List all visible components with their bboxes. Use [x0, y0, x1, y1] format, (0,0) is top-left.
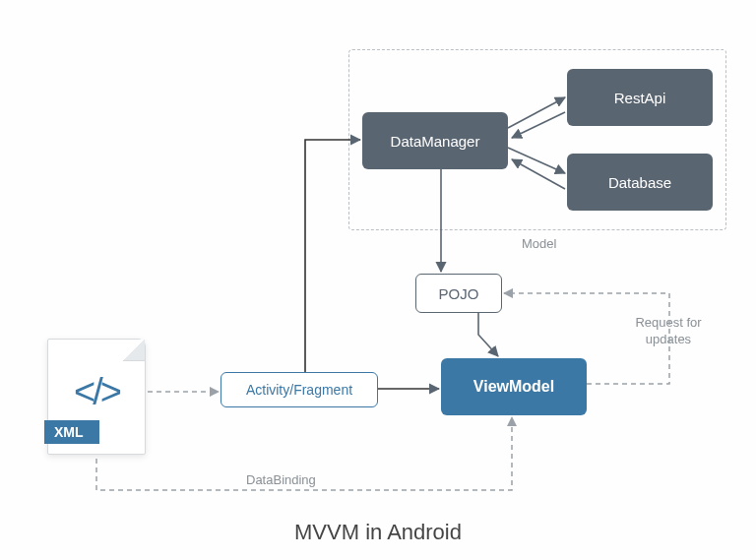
viewmodel-node: ViewModel — [441, 358, 587, 415]
activity-node: Activity/Fragment — [220, 372, 378, 407]
pojo-node: POJO — [415, 274, 502, 313]
restapi-node: RestApi — [567, 69, 713, 126]
request-label: Request for updates — [624, 315, 713, 348]
xml-glyph: </> — [74, 371, 119, 413]
xml-file-icon: </> XML — [47, 339, 146, 455]
xml-band: XML — [44, 420, 99, 444]
diagram-title: MVVM in Android — [294, 520, 462, 545]
datamanager-node: DataManager — [362, 112, 508, 169]
database-node: Database — [567, 154, 713, 211]
databinding-label: DataBinding — [246, 472, 316, 487]
model-label: Model — [522, 236, 556, 251]
